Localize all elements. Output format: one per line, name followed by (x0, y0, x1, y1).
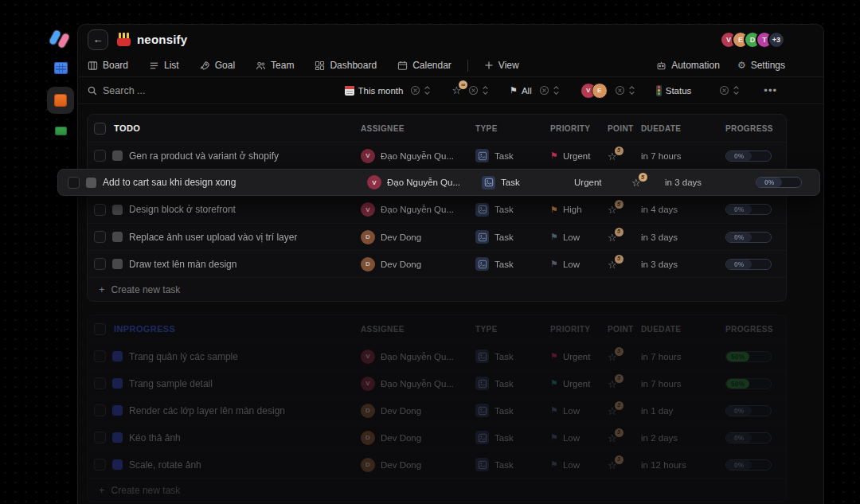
column-header-priority[interactable]: PRIORITY (550, 325, 608, 334)
avatar[interactable]: +3 (768, 31, 785, 49)
create-task-button[interactable]: + Create new task (88, 277, 786, 301)
row-checkbox[interactable] (94, 150, 106, 162)
task-title[interactable]: Add to cart sau khi design xong (103, 177, 236, 188)
tab-dashboard[interactable]: Dashboard (315, 60, 377, 71)
task-type-image-icon (475, 404, 489, 417)
column-header-duedate[interactable]: DUEDATE (641, 325, 725, 334)
settings-button[interactable]: ⚙ Settings (737, 60, 785, 71)
table-row[interactable]: Gen ra product và variant ở shopify V Đạ… (88, 142, 786, 169)
tab-list[interactable]: List (149, 60, 179, 71)
sort-chevrons-icon[interactable] (628, 85, 635, 96)
sort-chevrons-icon[interactable] (424, 85, 431, 96)
table-row[interactable]: Draw text lên màn design D Dev Dong Task… (88, 250, 786, 277)
search-box[interactable] (88, 85, 324, 96)
column-header-type[interactable]: TYPE (475, 325, 550, 334)
automation-button[interactable]: Automation (656, 60, 720, 71)
filter-status-chip[interactable]: Status (656, 85, 741, 96)
row-checkbox[interactable] (94, 204, 106, 216)
dock-item-green-icon[interactable] (55, 127, 67, 135)
row-checkbox[interactable] (94, 432, 106, 443)
tab-goal[interactable]: Goal (200, 60, 235, 71)
task-title[interactable]: Design block ở storefront (129, 204, 236, 215)
create-task-button[interactable]: + Create new task (88, 478, 786, 502)
table-row[interactable]: Replace ảnh user upload vào vị trí layer… (88, 223, 786, 250)
task-title[interactable]: Replace ảnh user upload vào vị trí layer (129, 232, 297, 243)
column-header-progress[interactable]: PROGRESS (725, 325, 780, 334)
filter-avatar[interactable]: E (592, 83, 608, 99)
settings-label: Settings (751, 60, 785, 71)
section-name[interactable]: TODO (114, 123, 140, 133)
priority-label: Urgent (563, 379, 591, 389)
row-checkbox[interactable] (94, 258, 106, 270)
assignee-name: Dev Dong (381, 260, 421, 269)
clear-filter-icon[interactable] (468, 85, 479, 96)
task-title[interactable]: Trang quản lý các sample (129, 351, 238, 362)
table-row[interactable]: Add to cart sau khi design xong V Đạo Ng… (57, 169, 820, 196)
row-checkbox[interactable] (94, 231, 106, 243)
sort-chevrons-icon[interactable] (733, 85, 740, 96)
plus-icon: + (99, 284, 105, 295)
column-header-progress[interactable]: PROGRESS (725, 124, 780, 133)
priority-label: Low (563, 406, 580, 416)
due-date: in 7 hours (641, 151, 725, 161)
tab-list-label: List (164, 60, 179, 71)
row-checkbox[interactable] (94, 350, 106, 362)
member-avatar-stack[interactable]: VEDT+3 (720, 31, 785, 49)
table-row[interactable]: Design block ở storefront V Đạo Nguyễn Q… (88, 196, 786, 223)
column-header-duedate[interactable]: DUEDATE (641, 124, 725, 133)
table-row[interactable]: Trang sample detail V Đạo Nguyễn Qu... T… (88, 369, 786, 397)
row-checkbox[interactable] (68, 177, 80, 189)
tab-calendar[interactable]: Calendar (397, 60, 452, 71)
tab-board[interactable]: Board (88, 60, 128, 71)
filter-date-chip[interactable]: This month (345, 85, 432, 96)
point-star-icon: ☆5 (608, 205, 617, 215)
add-view-button[interactable]: View (484, 60, 519, 71)
search-input[interactable] (103, 85, 278, 96)
table-row[interactable]: Trang quản lý các sample V Đạo Nguyễn Qu… (88, 342, 786, 369)
dock-item-grid-icon[interactable] (54, 62, 68, 74)
clear-filter-icon[interactable] (539, 85, 549, 96)
filter-assignee-chip[interactable]: VE (580, 83, 635, 99)
column-header-priority[interactable]: PRIORITY (550, 124, 608, 133)
column-header-point[interactable]: POINT (608, 325, 641, 334)
table-row[interactable]: Kéo thả ảnh D Dev Dong Task ⚑ Low ☆3 in … (88, 424, 786, 451)
assignee-name: Đạo Nguyễn Qu... (381, 352, 454, 361)
section-checkbox[interactable] (94, 323, 106, 335)
row-checkbox[interactable] (94, 459, 106, 471)
section-header: INPROGRESS ASSIGNEE TYPE PRIORITY POINT … (88, 315, 786, 342)
task-title[interactable]: Draw text lên màn design (129, 259, 236, 270)
filter-priority-chip[interactable]: ⚑ All (510, 85, 560, 96)
task-title[interactable]: Trang sample detail (129, 378, 213, 389)
section-name[interactable]: INPROGRESS (114, 324, 175, 334)
section-checkbox[interactable] (94, 123, 106, 135)
column-header-point[interactable]: POINT (608, 124, 641, 133)
filter-point-chip[interactable]: ☆∞ (452, 85, 489, 96)
clear-filter-icon[interactable] (719, 85, 729, 96)
dock-item-active[interactable] (47, 87, 74, 114)
clear-filter-icon[interactable] (615, 85, 625, 96)
progress-value: 0% (726, 433, 752, 443)
table-row[interactable]: Scale, rotate ảnh D Dev Dong Task ⚑ Low … (88, 451, 786, 478)
column-header-assignee[interactable]: ASSIGNEE (361, 124, 475, 133)
status-square-icon (112, 232, 123, 242)
task-title[interactable]: Render các lớp layer lên màn design (129, 405, 285, 416)
column-header-type[interactable]: TYPE (475, 124, 550, 133)
row-checkbox[interactable] (94, 404, 106, 416)
task-title[interactable]: Scale, rotate ảnh (129, 459, 201, 471)
task-title[interactable]: Gen ra product và variant ở shopify (129, 150, 279, 162)
task-title[interactable]: Kéo thả ảnh (129, 432, 181, 443)
row-checkbox[interactable] (94, 377, 106, 389)
sort-chevrons-icon[interactable] (553, 85, 560, 96)
assignee-avatar: D (361, 458, 375, 472)
app-logo[interactable] (49, 29, 72, 49)
back-button[interactable]: ← (88, 29, 108, 50)
point-badge: 3 (615, 428, 624, 437)
more-filters-button[interactable]: ••• (764, 84, 777, 96)
clear-filter-icon[interactable] (410, 85, 420, 96)
sort-chevrons-icon[interactable] (482, 85, 489, 96)
column-header-assignee[interactable]: ASSIGNEE (361, 325, 475, 334)
tab-team[interactable]: Team (256, 60, 294, 71)
task-type-image-icon (475, 350, 489, 363)
view-navbar: Board List Goal Team Dashboard Calendar … (78, 54, 823, 77)
table-row[interactable]: Render các lớp layer lên màn design D De… (88, 397, 786, 424)
